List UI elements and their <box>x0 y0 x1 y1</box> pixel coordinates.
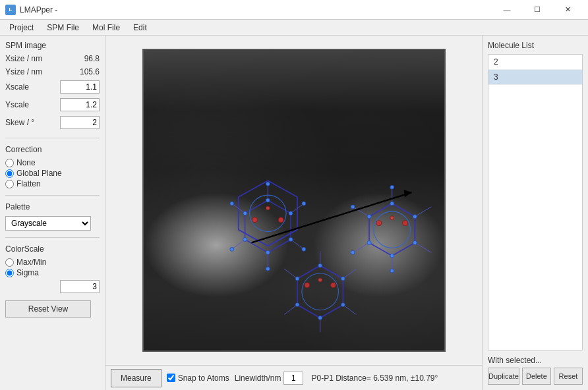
measure-button[interactable]: Measure <box>111 369 162 387</box>
left-panel: SPM image Xsize / nm 96.8 Ysize / nm 105… <box>0 36 105 390</box>
svg-line-46 <box>415 242 431 252</box>
svg-point-55 <box>376 221 381 226</box>
bottom-bar: Measure Snap to Atoms Linewidth/nm P0-P1… <box>105 365 482 390</box>
menu-bar: Project SPM File Mol File Edit <box>0 20 588 36</box>
menu-project[interactable]: Project <box>3 20 40 35</box>
action-buttons: Duplicate Delete Reset <box>488 368 583 385</box>
correction-none-label: None <box>16 158 36 167</box>
yscale-label: Yscale <box>5 100 29 109</box>
delete-button[interactable]: Delete <box>522 368 551 385</box>
skew-input[interactable]: 2 <box>60 116 100 129</box>
svg-point-59 <box>351 250 355 254</box>
svg-line-4 <box>231 239 245 249</box>
svg-point-52 <box>413 240 417 244</box>
ysize-label: Ysize / nm <box>5 67 42 76</box>
center-panel: Measure Snap to Atoms Linewidth/nm P0-P1… <box>105 36 483 390</box>
with-selected-label: With selected... <box>488 356 583 365</box>
correction-flatten-radio[interactable] <box>5 180 14 188</box>
maximize-button[interactable]: ☐ <box>522 0 552 20</box>
ysize-value: 105.6 <box>80 67 100 76</box>
svg-point-54 <box>390 202 394 206</box>
svg-point-33 <box>295 303 299 307</box>
spm-canvas[interactable] <box>142 49 446 352</box>
molecule-item-2[interactable]: 2 <box>488 55 582 70</box>
svg-point-11 <box>266 250 270 254</box>
colorscale-maxmin-radio[interactable] <box>5 258 14 267</box>
image-area <box>105 36 482 365</box>
svg-point-35 <box>341 303 345 307</box>
svg-point-39 <box>330 283 336 288</box>
svg-point-12 <box>289 238 293 242</box>
svg-line-27 <box>284 305 297 315</box>
reset-view-button[interactable]: Reset View <box>5 300 91 318</box>
palette-select[interactable]: Grayscale Hot Cool Jet <box>5 216 91 231</box>
svg-point-18 <box>229 202 233 206</box>
snap-checkbox-row: Snap to Atoms <box>167 374 229 383</box>
sigma-input[interactable] <box>60 280 100 293</box>
svg-point-40 <box>318 278 322 282</box>
svg-point-19 <box>229 247 233 251</box>
palette-label: Palette <box>5 202 100 211</box>
svg-point-37 <box>318 264 322 267</box>
yscale-input[interactable]: 1.2 <box>60 98 100 111</box>
colorscale-maxmin-label: Max/Min <box>16 258 46 267</box>
svg-point-56 <box>402 221 407 226</box>
window-controls: — ☐ ✕ <box>492 0 583 20</box>
linewidth-row: Linewidth/nm <box>235 372 304 385</box>
svg-point-36 <box>341 277 345 281</box>
correction-global-plane-radio[interactable] <box>5 169 14 178</box>
menu-edit[interactable]: Edit <box>127 20 154 35</box>
snap-to-atoms-label: Snap to Atoms <box>178 374 229 383</box>
colorscale-sigma-radio[interactable] <box>5 269 14 277</box>
svg-point-17 <box>266 206 270 210</box>
svg-point-57 <box>390 216 394 220</box>
snap-to-atoms-checkbox[interactable] <box>167 374 175 382</box>
svg-point-13 <box>289 211 293 215</box>
svg-point-15 <box>252 217 257 223</box>
app-icon: L <box>5 5 16 15</box>
svg-line-47 <box>415 207 431 217</box>
window-title: LMAPper - <box>20 5 57 14</box>
svg-point-53 <box>413 215 417 219</box>
svg-point-10 <box>243 238 247 242</box>
reset-button[interactable]: Reset <box>554 368 583 385</box>
correction-flatten-label: Flatten <box>16 179 41 188</box>
molecule-list-title: Molecule List <box>488 41 583 50</box>
molecule-list: 2 3 <box>488 54 583 350</box>
xscale-label: Xscale <box>5 82 29 92</box>
close-button[interactable]: ✕ <box>552 0 583 20</box>
distance-display: P0-P1 Distance= 6.539 nm, ±10.79° <box>311 374 438 383</box>
spm-image-label: SPM image <box>5 41 100 50</box>
duplicate-button[interactable]: Duplicate <box>488 368 519 385</box>
xscale-input[interactable]: 1.1 <box>60 80 100 94</box>
skew-label: Skew / ° <box>5 118 34 127</box>
svg-line-6 <box>291 239 304 249</box>
correction-global-plane-label: Global Plane <box>16 169 62 178</box>
molecule-item-3[interactable]: 3 <box>488 70 582 85</box>
svg-point-49 <box>367 215 371 219</box>
svg-point-22 <box>301 202 305 206</box>
xsize-value: 96.8 <box>84 54 100 63</box>
svg-point-51 <box>390 254 394 258</box>
correction-group: None Global Plane Flatten <box>5 158 100 188</box>
svg-point-21 <box>301 247 305 251</box>
correction-label: Correction <box>5 145 100 154</box>
colorscale-sigma-label: Sigma <box>16 268 39 277</box>
svg-point-32 <box>295 277 299 281</box>
correction-none-radio[interactable] <box>5 159 14 167</box>
svg-point-9 <box>243 211 247 215</box>
svg-point-20 <box>266 267 270 271</box>
menu-mol-file[interactable]: Mol File <box>86 20 127 35</box>
svg-point-23 <box>266 182 270 186</box>
svg-point-50 <box>367 240 371 244</box>
linewidth-input[interactable] <box>283 372 303 385</box>
main-container: SPM image Xsize / nm 96.8 Ysize / nm 105… <box>0 36 588 390</box>
menu-spm-file[interactable]: SPM File <box>40 20 86 35</box>
minimize-button[interactable]: — <box>492 0 522 20</box>
svg-point-34 <box>318 316 322 320</box>
xsize-label: Xsize / nm <box>5 54 42 63</box>
colorscale-group: Max/Min Sigma <box>5 258 100 277</box>
svg-point-14 <box>266 198 270 202</box>
svg-line-62 <box>251 192 411 242</box>
svg-point-38 <box>304 283 309 288</box>
